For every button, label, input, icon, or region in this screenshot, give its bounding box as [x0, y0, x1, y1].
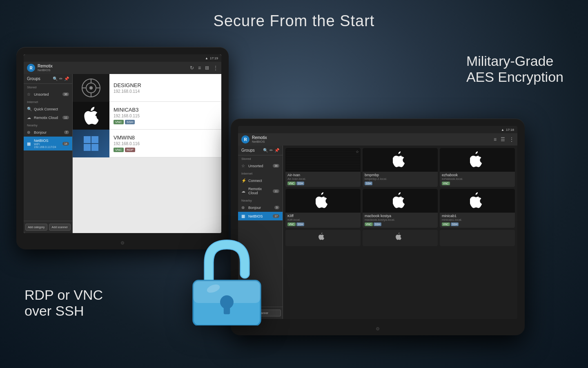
right-wifi-icon: ▲: [501, 128, 504, 132]
kliff-vnc: VNC: [287, 222, 296, 226]
air-ivan-ssh: SSH: [296, 182, 304, 185]
right-app-name: Remotix: [252, 135, 267, 140]
status-time: 17:19: [210, 56, 218, 60]
ezhabook-apple-icon: [470, 151, 485, 169]
right-app-logo: R: [241, 135, 249, 144]
device-card-kliff[interactable]: Kliff Kliff.local. VNC SSH: [285, 189, 361, 228]
partial-apple-1: [318, 232, 328, 244]
ssh-badge: SSH: [125, 120, 135, 124]
search-icon[interactable]: 🔍: [53, 76, 58, 81]
bmpmbp-apple-icon: [393, 151, 408, 169]
right-sidebar-unsorted[interactable]: ☆ Unsorted 36: [238, 162, 283, 170]
right-sidebar-nearby[interactable]: ⊛ Bonjour 9: [238, 203, 283, 212]
sidebar-item-bonjour[interactable]: ⊛ Bonjour 7: [24, 128, 72, 137]
minicab3-thumb: [73, 102, 109, 130]
right-internet-label: Internet: [238, 170, 283, 176]
right-search-icon[interactable]: 🔍: [263, 148, 268, 153]
right-sidebar: Groups 🔍 ✏ 📌 Stored ☆ Unsorted 36 Intern…: [238, 146, 283, 319]
right-groups-label: Groups: [241, 148, 255, 153]
right-add-scanner-button[interactable]: Add scanner: [240, 310, 281, 316]
air-ivan-star[interactable]: ☆: [356, 150, 359, 154]
left-main-content: DESIGNER 192.168.0.114 MINICAB3: [73, 74, 221, 233]
right-pin-icon[interactable]: 📌: [274, 148, 279, 153]
right-grid-main: ☆ Air-Ivan Air-Ivan.local. VNC SSH: [283, 146, 517, 319]
right-bonjour-icon: ⊛: [241, 205, 246, 210]
app-subtitle: NetBIOS: [38, 68, 53, 72]
right-netbios-icon: ▦: [241, 214, 246, 218]
kliff-ssh: SSH: [296, 222, 304, 226]
netbios-icon: ▦: [27, 141, 32, 146]
ezhabook-vnc: VNC: [442, 182, 450, 185]
minicab3-ip: 192.168.0.115: [114, 114, 217, 118]
grid-icon[interactable]: ⊞: [205, 65, 209, 71]
designer-ip: 192.168.0.114: [114, 89, 217, 94]
connection-item-vmwin8[interactable]: VMWIN8 192.168.0.116 VNC RDP: [73, 130, 221, 157]
nearby-section-label: Nearby: [24, 122, 72, 128]
vmwin8-name: VMWIN8: [114, 135, 217, 141]
windows-logo-icon: [84, 136, 98, 151]
right-tablet: ▲ 17:18 R Remotix NetBIOS ≡ ☰ ⋮: [231, 119, 525, 335]
apple-logo-icon: [84, 107, 98, 125]
device-card-macbook-kostya[interactable]: macbook kostya macbook-kostya.local. VNC…: [363, 189, 438, 228]
right-cloud-icon: ☁: [241, 189, 246, 193]
device-card-bmpmbp[interactable]: bmpmbp bmpmbp.2.local. SSH: [363, 148, 438, 187]
right-stored-label: Stored: [238, 155, 283, 162]
refresh-icon[interactable]: ↻: [190, 65, 194, 71]
right-connect-icon: ⚡: [241, 178, 246, 183]
right-status-time: 17:18: [506, 128, 514, 132]
device-card-air-ivan[interactable]: ☆ Air-Ivan Air-Ivan.local. VNC SSH: [285, 148, 361, 187]
app-name: Remotix: [38, 64, 53, 68]
right-list-icon[interactable]: ☰: [501, 137, 505, 142]
lightning-icon: 🔍: [27, 107, 32, 111]
bmpmbp-thumb: [363, 148, 438, 172]
stored-section-label: Stored: [24, 84, 72, 90]
minicab1-thumb: [440, 189, 515, 213]
kliff-thumb: [285, 189, 361, 213]
edit-icon[interactable]: ✏: [59, 76, 62, 81]
military-grade-text: Military-Grade AES Encryption: [466, 53, 564, 85]
more-icon[interactable]: ⋮: [213, 65, 218, 71]
vmwin8-ip: 192.168.0.116: [114, 141, 217, 146]
right-sidebar-connect[interactable]: ⚡ Connect: [238, 176, 283, 185]
sidebar-item-unsorted[interactable]: ☆ Unsorted 36: [24, 90, 72, 99]
internet-section-label: Internet: [24, 99, 72, 105]
sidebar-item-netbios[interactable]: ▦ NetBIOS WiFi 192.168.0.117/24 14: [24, 137, 72, 150]
designer-name: DESIGNER: [114, 82, 217, 88]
sidebar-item-quick-connect[interactable]: 🔍 Quick Connect: [24, 105, 72, 113]
right-sidebar-cloud[interactable]: ☁ Remotix Cloud 11: [238, 185, 283, 197]
svg-point-2: [89, 86, 93, 90]
kliff-apple-icon: [316, 192, 330, 210]
designer-icon: [79, 76, 103, 100]
app-header: R Remotix NetBIOS ↻ ≡ ⊞ ⋮: [24, 62, 221, 74]
left-sidebar: Groups 🔍 ✏ 📌 Stored ☆ Unsorted 36 Intern…: [24, 74, 73, 233]
pin-icon[interactable]: 📌: [64, 76, 69, 81]
kostya-vnc: VNC: [365, 222, 373, 226]
rdp-vnc-text: RDP or VNC over SSH: [24, 287, 103, 319]
connection-item-designer[interactable]: DESIGNER 192.168.0.114: [73, 74, 221, 102]
filter-icon[interactable]: ≡: [198, 65, 201, 71]
right-filter-icon[interactable]: ≡: [494, 137, 497, 142]
sidebar-item-remotix-cloud[interactable]: ☁ Remotix Cloud 11: [24, 113, 72, 122]
macbook-kostya-thumb: [363, 189, 438, 213]
star-icon: ☆: [27, 92, 32, 96]
right-star-icon: ☆: [241, 164, 246, 168]
device-card-ezhabook[interactable]: ezhabook ezhabook.local. VNC: [440, 148, 515, 187]
connection-item-minicab3[interactable]: MINICAB3 192.168.0.115 VNC SSH: [73, 102, 221, 130]
right-more-icon[interactable]: ⋮: [509, 137, 514, 142]
wifi-icon: ▲: [205, 56, 208, 60]
status-bar: ▲ 17:19: [24, 54, 221, 62]
right-edit-icon[interactable]: ✏: [270, 148, 273, 153]
air-ivan-thumb: ☆: [285, 148, 361, 172]
bonjour-icon: ⊛: [27, 130, 32, 135]
kostya-ssh: SSH: [374, 222, 381, 226]
add-category-button[interactable]: Add category: [25, 224, 47, 231]
minicab1-apple-icon: [470, 192, 485, 210]
add-scanner-button[interactable]: Add scanner: [49, 224, 71, 231]
minicab3-name: MINICAB3: [114, 107, 217, 113]
right-status-bar: ▲ 17:18: [238, 126, 517, 133]
vnc-badge-2: VNC: [114, 148, 124, 152]
device-card-minicab1[interactable]: minicab1 minicab1.local. VNC SSH: [440, 189, 515, 228]
left-tablet: ▲ 17:19 R Remotix NetBIOS ↻ ≡ ⊞ ⋮: [16, 47, 229, 249]
right-sidebar-netbios[interactable]: ▦ NetBIOS 17: [238, 212, 283, 220]
air-ivan-vnc: VNC: [287, 182, 296, 185]
